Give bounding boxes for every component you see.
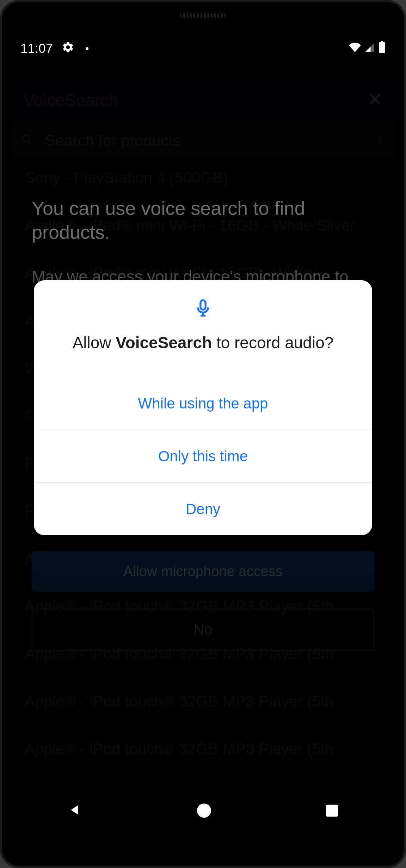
screen: VoiceSearch Search for products Sony - P… <box>11 31 395 830</box>
home-button[interactable] <box>197 804 211 818</box>
device-frame: VoiceSearch Search for products Sony - P… <box>0 0 406 868</box>
recents-button[interactable] <box>326 805 338 817</box>
notification-dot-icon <box>86 47 88 50</box>
only-this-time-button[interactable]: Only this time <box>34 430 372 482</box>
device-speaker <box>180 13 226 18</box>
permission-message: Allow VoiceSearch to record audio? <box>55 332 351 354</box>
deny-button[interactable]: Deny <box>34 482 372 535</box>
gear-icon <box>62 41 74 57</box>
cellular-icon <box>364 41 375 56</box>
navigation-bar <box>11 792 395 830</box>
permission-suffix: to record audio? <box>212 333 333 352</box>
battery-icon <box>379 41 386 56</box>
svg-rect-0 <box>201 300 205 310</box>
permission-app-name: VoiceSearch <box>116 333 212 352</box>
permission-dialog: Allow VoiceSearch to record audio? While… <box>34 280 372 535</box>
while-using-app-button[interactable]: While using the app <box>34 377 372 430</box>
status-bar: 11:07 <box>11 31 395 66</box>
permission-prefix: Allow <box>73 333 116 352</box>
status-time: 11:07 <box>20 41 53 56</box>
mic-icon <box>55 299 351 317</box>
wifi-icon <box>349 41 361 56</box>
prompt-title: You can use voice search to find product… <box>32 196 374 244</box>
back-button[interactable] <box>68 803 82 818</box>
permission-header: Allow VoiceSearch to record audio? <box>34 280 372 377</box>
